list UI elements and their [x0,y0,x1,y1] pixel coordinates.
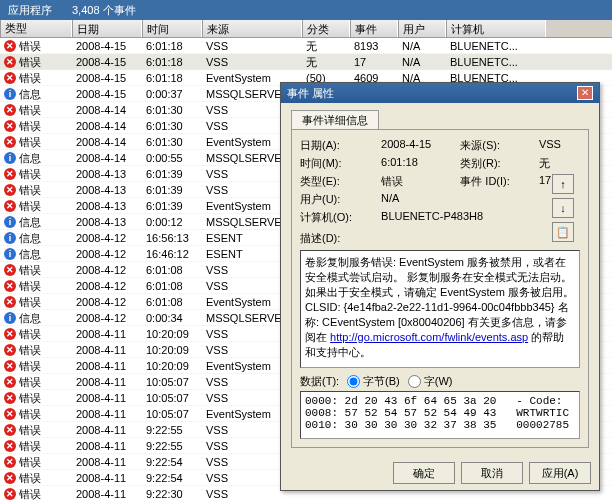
table-row[interactable]: ✕错误2008-4-156:01:18VSS无17N/ABLUENETC... [0,54,612,70]
event-info-grid: 日期(A): 2008-4-15 来源(S): VSS 时间(M): 6:01:… [300,138,580,225]
col-computer[interactable]: 计算机 [446,20,546,37]
error-icon: ✕ [4,440,16,452]
column-headers: 类型 日期 时间 来源 分类 事件 用户 计算机 [0,20,612,38]
col-category[interactable]: 分类 [302,20,350,37]
prev-event-button[interactable]: ↑ [552,174,574,194]
tab-event-detail[interactable]: 事件详细信息 [291,110,379,130]
cancel-button[interactable]: 取消 [461,462,523,484]
error-icon: ✕ [4,392,16,404]
lbl-eventid: 事件 ID(I): [460,174,529,189]
error-icon: ✕ [4,200,16,212]
copy-button[interactable]: 📋 [552,222,574,242]
error-icon: ✕ [4,280,16,292]
col-time[interactable]: 时间 [142,20,202,37]
val-date: 2008-4-15 [381,138,450,153]
info-icon: i [4,88,16,100]
close-icon[interactable]: ✕ [577,86,593,100]
lbl-user: 用户(U): [300,192,371,207]
table-row[interactable]: ✕错误2008-4-156:01:18VSS无8193N/ABLUENETC..… [0,38,612,54]
col-event[interactable]: 事件 [350,20,398,37]
lbl-category: 类别(R): [460,156,529,171]
ok-button[interactable]: 确定 [393,462,455,484]
desc-text: 卷影复制服务错误: EventSystem 服务被禁用，或者在安全模式尝试启动。… [305,256,574,343]
error-icon: ✕ [4,488,16,500]
val-computer: BLUENETC-P483H8 [381,210,580,225]
lbl-date: 日期(A): [300,138,371,153]
error-icon: ✕ [4,56,16,68]
error-icon: ✕ [4,40,16,52]
val-time: 6:01:18 [381,156,450,171]
col-date[interactable]: 日期 [72,20,142,37]
error-icon: ✕ [4,72,16,84]
radio-word[interactable]: 字(W) [408,374,453,389]
lbl-source: 来源(S): [460,138,529,153]
radio-byte[interactable]: 字节(B) [347,374,400,389]
next-event-button[interactable]: ↓ [552,198,574,218]
event-count: 3,408 个事件 [72,0,136,20]
info-icon: i [4,216,16,228]
apply-button[interactable]: 应用(A) [529,462,591,484]
col-source[interactable]: 来源 [202,20,302,37]
info-icon: i [4,152,16,164]
info-icon: i [4,312,16,324]
error-icon: ✕ [4,376,16,388]
lbl-time: 时间(M): [300,156,371,171]
hex-data-box[interactable]: 0000: 2d 20 43 6f 64 65 3a 20 - Code: 00… [300,391,580,439]
error-icon: ✕ [4,184,16,196]
app-header: 应用程序 3,408 个事件 [0,0,612,20]
col-user[interactable]: 用户 [398,20,446,37]
error-icon: ✕ [4,264,16,276]
info-icon: i [4,248,16,260]
lbl-data: 数据(T): [300,374,339,389]
val-type: 错误 [381,174,450,189]
val-user: N/A [381,192,450,207]
error-icon: ✕ [4,296,16,308]
val-category: 无 [539,156,580,171]
description-box[interactable]: 卷影复制服务错误: EventSystem 服务被禁用，或者在安全模式尝试启动。… [300,250,580,368]
event-properties-dialog: 事件 属性 ✕ 事件详细信息 日期(A): 2008-4-15 来源(S): V… [280,82,600,491]
lbl-computer: 计算机(O): [300,210,371,225]
error-icon: ✕ [4,360,16,372]
dialog-title: 事件 属性 [287,83,334,103]
info-icon: i [4,232,16,244]
lbl-description: 描述(D): [300,231,580,246]
error-icon: ✕ [4,424,16,436]
error-icon: ✕ [4,168,16,180]
val-source: VSS [539,138,580,153]
error-icon: ✕ [4,344,16,356]
error-icon: ✕ [4,136,16,148]
error-icon: ✕ [4,328,16,340]
app-title: 应用程序 [8,0,52,20]
lbl-type: 类型(E): [300,174,371,189]
error-icon: ✕ [4,456,16,468]
error-icon: ✕ [4,472,16,484]
error-icon: ✕ [4,408,16,420]
desc-link[interactable]: http://go.microsoft.com/fwlink/events.as… [330,331,528,343]
col-type[interactable]: 类型 [0,20,72,37]
dialog-titlebar[interactable]: 事件 属性 ✕ [281,83,599,103]
error-icon: ✕ [4,120,16,132]
error-icon: ✕ [4,104,16,116]
